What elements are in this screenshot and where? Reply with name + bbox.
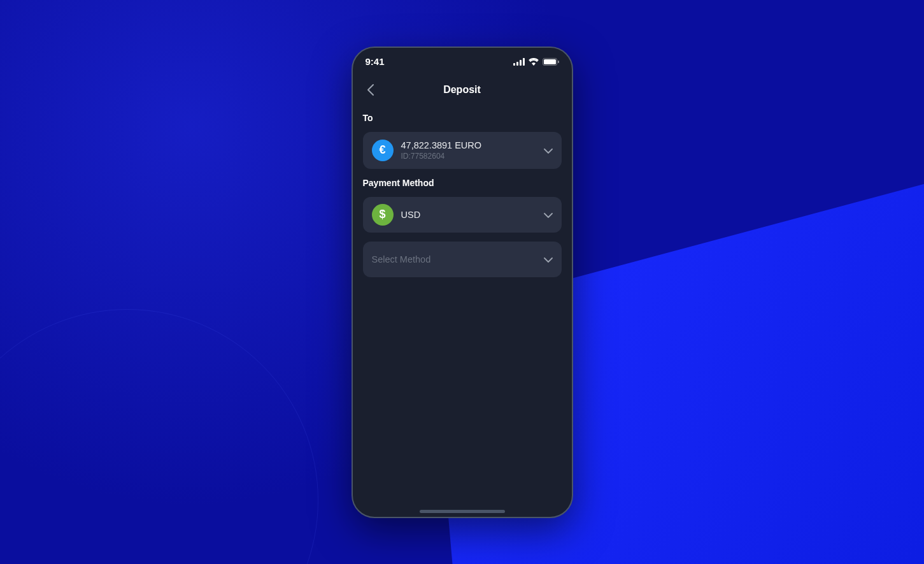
status-time: 9:41 xyxy=(366,56,385,67)
svg-rect-2 xyxy=(520,60,522,66)
content: To € 47,822.3891 EURO ID:77582604 Paymen… xyxy=(353,104,572,277)
status-icons xyxy=(513,58,559,66)
cellular-icon xyxy=(513,58,525,66)
wifi-icon xyxy=(529,58,539,66)
method-placeholder: Select Method xyxy=(372,250,431,268)
account-balance: 47,822.3891 EURO xyxy=(401,140,536,150)
svg-rect-6 xyxy=(558,61,559,63)
to-section-label: To xyxy=(363,113,562,123)
status-bar: 9:41 xyxy=(353,48,572,76)
euro-icon: € xyxy=(372,140,394,161)
svg-rect-1 xyxy=(516,62,518,66)
method-selector[interactable]: Select Method xyxy=(363,242,562,277)
nav-bar: Deposit xyxy=(353,76,572,104)
page-title: Deposit xyxy=(443,84,481,96)
back-button[interactable] xyxy=(363,82,378,98)
home-indicator[interactable] xyxy=(420,510,505,513)
dollar-icon: $ xyxy=(372,204,394,226)
currency-label: USD xyxy=(401,210,536,220)
chevron-down-icon xyxy=(544,254,553,265)
svg-rect-3 xyxy=(523,58,525,66)
svg-rect-5 xyxy=(544,59,556,64)
chevron-left-icon xyxy=(367,84,374,96)
battery-icon xyxy=(543,58,559,66)
account-id: ID:77582604 xyxy=(401,152,536,161)
currency-info: USD xyxy=(401,210,536,220)
chevron-down-icon xyxy=(544,209,553,221)
svg-rect-0 xyxy=(513,63,515,66)
payment-method-section-label: Payment Method xyxy=(363,178,562,188)
chevron-down-icon xyxy=(544,145,553,156)
currency-selector[interactable]: $ USD xyxy=(363,197,562,233)
account-info: 47,822.3891 EURO ID:77582604 xyxy=(401,140,536,161)
account-selector[interactable]: € 47,822.3891 EURO ID:77582604 xyxy=(363,132,562,169)
phone-frame: 9:41 xyxy=(352,47,573,518)
